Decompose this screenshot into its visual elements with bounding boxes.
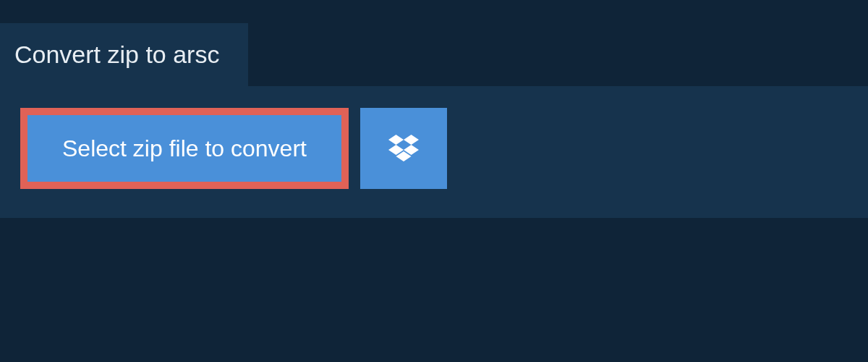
button-row: Select zip file to convert	[20, 108, 848, 189]
page-title: Convert zip to arsc	[14, 41, 219, 69]
dropbox-icon	[388, 135, 419, 162]
main-panel: Select zip file to convert	[0, 86, 868, 218]
svg-marker-0	[388, 135, 404, 145]
svg-marker-1	[404, 135, 419, 145]
select-file-button[interactable]: Select zip file to convert	[20, 108, 349, 189]
select-file-label: Select zip file to convert	[62, 137, 307, 160]
dropbox-button[interactable]	[360, 108, 447, 189]
tab-header: Convert zip to arsc	[0, 23, 248, 86]
